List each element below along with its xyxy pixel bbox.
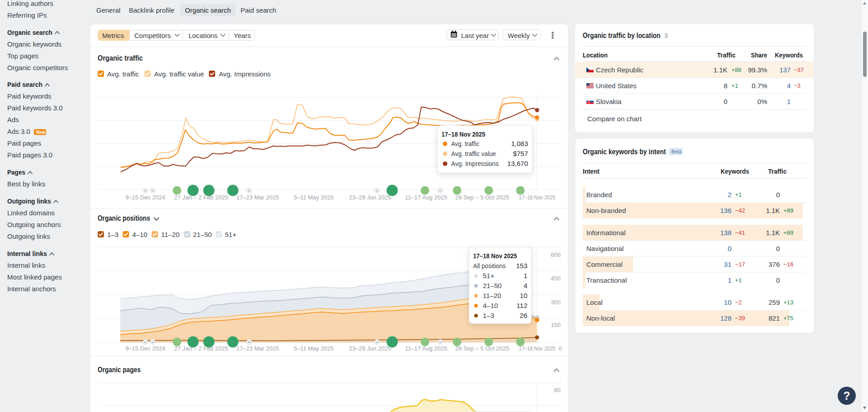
svg-text:G: G (248, 340, 250, 344)
svg-text:Paid keywords 3.0: Paid keywords 3.0 (7, 104, 63, 112)
svg-text:3: 3 (664, 32, 668, 39)
svg-text:All positions: All positions (473, 262, 506, 270)
svg-text:1.1K: 1.1K (766, 229, 780, 237)
svg-text:Linking authors: Linking authors (7, 0, 53, 7)
svg-text:Competitors: Competitors (134, 32, 171, 39)
svg-text:Share: Share (751, 51, 767, 59)
svg-text:New: New (36, 130, 46, 135)
svg-text:0: 0 (724, 98, 727, 105)
svg-text:600: 600 (551, 251, 561, 258)
svg-text:Linked domains: Linked domains (7, 209, 55, 217)
svg-text:Czech Republic: Czech Republic (596, 66, 644, 74)
svg-text:G: G (144, 340, 147, 344)
svg-text:Paid pages 3.0: Paid pages 3.0 (7, 151, 52, 159)
svg-text:5–11 May 2025: 5–11 May 2025 (294, 194, 334, 201)
svg-text:4: 4 (524, 282, 527, 289)
svg-text:United States: United States (596, 82, 637, 90)
svg-text:Last year: Last year (461, 32, 489, 39)
svg-text:17–18 Nov 2025: 17–18 Nov 2025 (519, 345, 556, 352)
svg-text:Non-branded: Non-branded (586, 207, 626, 214)
svg-text:1.1K: 1.1K (766, 207, 780, 214)
svg-text:4: 4 (787, 82, 791, 90)
svg-text:+1: +1 (735, 277, 742, 284)
svg-text:31: 31 (724, 260, 731, 268)
svg-text:−2: −2 (735, 299, 742, 306)
svg-text:8: 8 (724, 82, 727, 90)
svg-text:−37: −37 (794, 66, 804, 73)
svg-text:+89: +89 (783, 229, 793, 236)
svg-text:Organic traffic by location: Organic traffic by location (583, 32, 660, 39)
svg-text:+13: +13 (783, 299, 793, 306)
svg-text:0.7%: 0.7% (752, 82, 767, 90)
svg-text:27 Jan – 2 Feb 2025: 27 Jan – 2 Feb 2025 (174, 345, 228, 352)
svg-text:10: 10 (724, 298, 731, 306)
svg-text:Local: Local (586, 298, 603, 306)
svg-text:Outgoing links: Outgoing links (7, 232, 50, 240)
svg-text:Paid keywords: Paid keywords (7, 92, 52, 100)
svg-text:23–29 Jun 2025: 23–29 Jun 2025 (349, 345, 391, 352)
svg-text:Navigational: Navigational (586, 245, 624, 252)
svg-text:−16: −16 (783, 261, 793, 268)
svg-text:0: 0 (776, 276, 780, 284)
svg-text:Organic positions: Organic positions (98, 214, 150, 222)
svg-text:26: 26 (520, 312, 528, 319)
svg-text:Organic keywords: Organic keywords (7, 40, 61, 48)
svg-text:1,083: 1,083 (511, 140, 528, 147)
svg-text:−3: −3 (794, 82, 801, 89)
svg-text:259: 259 (769, 298, 780, 306)
svg-text:Keywords: Keywords (775, 51, 803, 59)
svg-text:80: 80 (554, 387, 561, 393)
svg-text:821: 821 (769, 314, 780, 322)
svg-text:1: 1 (524, 272, 527, 279)
svg-text:23–29 Jun 2025: 23–29 Jun 2025 (349, 194, 391, 201)
svg-text:+89: +89 (783, 207, 793, 214)
svg-text:+1: +1 (731, 82, 738, 89)
svg-text:Organic traffic: Organic traffic (98, 54, 143, 62)
svg-text:Metrics: Metrics (102, 32, 124, 39)
svg-text:Beta: Beta (671, 149, 682, 154)
svg-text:0: 0 (559, 345, 562, 352)
svg-text:Location: Location (583, 51, 608, 59)
svg-text:Top pages: Top pages (7, 52, 38, 60)
svg-text:5–11 May 2025: 5–11 May 2025 (294, 345, 334, 352)
svg-text:Transactional: Transactional (586, 276, 627, 284)
svg-text:11–20: 11–20 (483, 292, 501, 299)
svg-text:11–17 Aug 2025: 11–17 Aug 2025 (405, 194, 448, 201)
svg-text:−42: −42 (735, 207, 745, 214)
svg-text:150: 150 (551, 322, 561, 328)
svg-text:Avg. Impressions: Avg. Impressions (451, 160, 499, 167)
svg-text:Ads: Ads (7, 116, 19, 123)
svg-text:Compare on chart: Compare on chart (587, 115, 642, 123)
svg-text:21–50: 21–50 (483, 282, 502, 289)
svg-text:17–18 Nov 2025: 17–18 Nov 2025 (442, 130, 486, 138)
svg-text:Avg. traffic value: Avg. traffic value (451, 150, 496, 157)
svg-text:17–18 Nov 2025: 17–18 Nov 2025 (473, 252, 517, 260)
svg-text:−17: −17 (735, 261, 745, 268)
svg-text:Outgoing links: Outgoing links (7, 197, 51, 205)
svg-text:13,670: 13,670 (507, 160, 528, 167)
svg-text:1.1K: 1.1K (713, 66, 727, 74)
svg-text:29 Sep – 5 Oct 2025: 29 Sep – 5 Oct 2025 (455, 345, 509, 352)
svg-text:Branded: Branded (586, 191, 612, 199)
svg-text:153: 153 (516, 262, 527, 270)
svg-text:Locations: Locations (189, 32, 217, 39)
svg-text:G: G (376, 189, 378, 193)
svg-text:9–15 Dec 2024: 9–15 Dec 2024 (125, 194, 165, 201)
svg-text:G: G (439, 189, 442, 193)
svg-text:Informational: Informational (586, 229, 626, 237)
svg-text:1–3: 1–3 (483, 312, 494, 319)
svg-text:Outgoing anchors: Outgoing anchors (7, 221, 61, 228)
svg-text:0%: 0% (757, 98, 767, 105)
svg-text:Organic search: Organic search (7, 28, 52, 36)
svg-text:Non-local: Non-local (586, 314, 615, 322)
svg-text:G: G (376, 340, 378, 344)
svg-text:Intent: Intent (583, 167, 599, 175)
svg-text:136: 136 (720, 207, 731, 214)
svg-text:Internal anchors: Internal anchors (7, 285, 56, 293)
svg-text:1: 1 (787, 98, 791, 105)
svg-text:G: G (144, 189, 147, 193)
svg-text:0: 0 (728, 245, 731, 252)
svg-text:Paid search: Paid search (7, 81, 42, 88)
svg-text:Years: Years (234, 32, 251, 39)
svg-text:Best by links: Best by links (7, 180, 45, 188)
